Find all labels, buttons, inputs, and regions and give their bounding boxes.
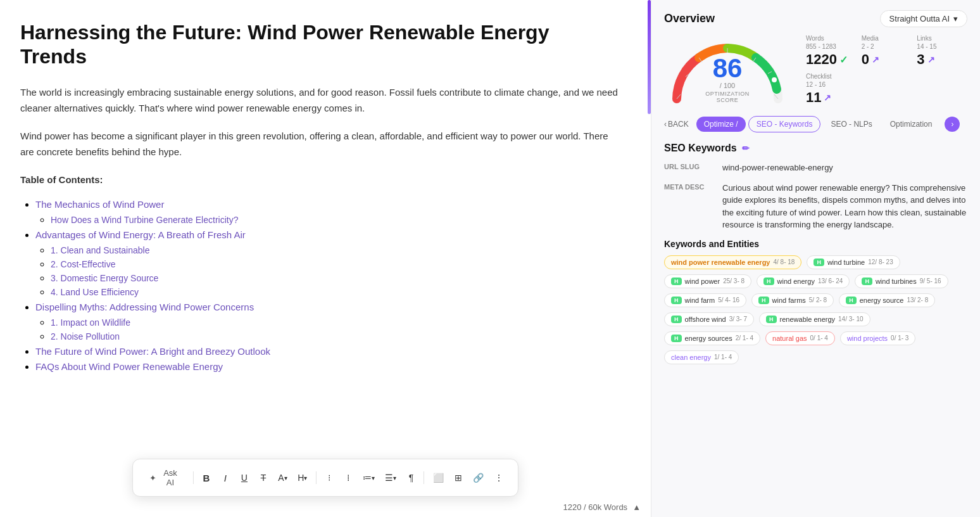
checklist-value: 11 ↗ xyxy=(806,89,857,106)
toc-sublink-3-1[interactable]: 1. Impact on Wildlife xyxy=(51,317,130,328)
image-button[interactable]: ⬜ xyxy=(428,469,448,487)
media-value: 0 ↗ xyxy=(862,51,912,68)
keyword-clean-energy[interactable]: clean energy 1/ 1- 4 xyxy=(664,350,739,364)
toc-link-3[interactable]: Dispelling Myths: Addressing Wind Power … xyxy=(35,302,254,312)
h-badge-2: H xyxy=(671,278,682,285)
paragraph-1: The world is increasingly embracing sust… xyxy=(20,84,620,117)
heading-button[interactable]: H ▾ xyxy=(293,469,312,487)
word-count-value: 1220 / 60k Words xyxy=(563,502,627,512)
tab-optimize[interactable]: Optimize / xyxy=(696,117,746,132)
toolbar-divider-3 xyxy=(424,471,424,484)
straight-outta-label: Straight Outta AI xyxy=(889,14,950,23)
meta-desc-label: META DESC xyxy=(664,182,715,191)
h-badge-9: H xyxy=(766,316,777,323)
words-check-icon: ✓ xyxy=(839,54,848,66)
ask-ai-button[interactable]: ✦ Ask AI xyxy=(143,464,187,491)
straight-outta-button[interactable]: Straight Outta AI ▾ xyxy=(880,10,967,27)
toc-sublink-2-4[interactable]: 4. Land Use Efficiency xyxy=(51,287,139,297)
keyword-renewable-energy[interactable]: H renewable energy 14/ 3- 10 xyxy=(759,312,870,326)
toc-item-4: The Future of Wind Power: A Bright and B… xyxy=(35,346,620,357)
checklist-arrow-icon: ↗ xyxy=(824,93,831,103)
keywords-grid: wind power renewable energy 4/ 8- 18 H w… xyxy=(664,255,967,364)
stat-media: Media 2 - 2 0 ↗ xyxy=(862,35,912,68)
toc-sublink-2-3[interactable]: 3. Domestic Energy Source xyxy=(51,273,158,283)
gauge-label: OPTIMIZATION SCORE xyxy=(696,91,759,103)
italic-button[interactable]: I xyxy=(217,469,234,487)
table-button[interactable]: ⊞ xyxy=(449,469,467,487)
unordered-list-button[interactable]: ☰ ▾ xyxy=(380,469,401,487)
ask-ai-label: Ask AI xyxy=(160,468,180,487)
editor-area: Harnessing the Future: Wind Power Renewa… xyxy=(0,0,651,517)
meta-desc-row: META DESC Curious about wind power renew… xyxy=(664,182,967,231)
words-label: Words xyxy=(806,35,857,42)
meta-desc-value: Curious about wind power renewable energ… xyxy=(722,182,967,231)
scroll-indicator xyxy=(648,0,651,114)
h-badge-1: H xyxy=(814,258,824,266)
keyword-offshore-wind[interactable]: H offshore wind 3/ 3- 7 xyxy=(664,312,754,326)
paragraph-button[interactable]: ¶ xyxy=(402,469,420,487)
gauge-container: 86 / 100 OPTIMIZATION SCORE xyxy=(664,32,791,108)
svg-point-0 xyxy=(771,77,777,83)
keyword-wind-farms[interactable]: H wind farms 5/ 2- 8 xyxy=(751,293,834,307)
tab-seo-nlps[interactable]: SEO - NLPs xyxy=(823,117,879,132)
toc-sublink-2-2[interactable]: 2. Cost-Effective xyxy=(51,259,115,269)
align-center-button[interactable]: ⁞ xyxy=(339,469,357,487)
toc-link-2[interactable]: Advantages of Wind Energy: A Breath of F… xyxy=(35,229,246,240)
toc-item-3: Dispelling Myths: Addressing Wind Power … xyxy=(35,302,620,342)
keyword-energy-source[interactable]: H energy source 13/ 2- 8 xyxy=(839,293,935,307)
h-badge-10: H xyxy=(671,335,682,342)
links-value: 3 ↗ xyxy=(917,51,967,68)
nav-tabs: ‹ BACK Optimize / SEO - Keywords SEO - N… xyxy=(651,116,980,137)
editor-content[interactable]: Harnessing the Future: Wind Power Renewa… xyxy=(0,0,651,517)
h-badge-8: H xyxy=(671,316,682,323)
align-left-button[interactable]: ⁝ xyxy=(320,469,338,487)
back-button[interactable]: ‹ BACK xyxy=(659,117,694,132)
panel-body[interactable]: SEO Keywords ✏ URL SLUG wind-power-renew… xyxy=(651,137,980,517)
more-options-button[interactable]: ⋮ xyxy=(489,469,508,487)
keyword-wind-energy[interactable]: H wind energy 13/ 6- 24 xyxy=(757,274,850,288)
toc-sublink-1-1[interactable]: How Does a Wind Turbine Generate Electri… xyxy=(51,215,238,225)
edit-icon[interactable]: ✏ xyxy=(742,143,750,153)
media-range: 2 - 2 xyxy=(862,43,912,50)
formatting-toolbar: ✦ Ask AI B I U T A ▾ H ▾ ⁝ ⁞ ≔ ▾ ☰ ▾ ¶ ⬜… xyxy=(132,459,518,497)
link-button[interactable]: 🔗 xyxy=(468,469,489,487)
seo-keywords-heading: SEO Keywords ✏ xyxy=(664,143,967,154)
bold-button[interactable]: B xyxy=(198,469,215,487)
tab-seo-keywords[interactable]: SEO - Keywords xyxy=(748,116,821,132)
keyword-natural-gas[interactable]: natural gas 0/ 1- 4 xyxy=(765,331,835,345)
underline-button[interactable]: U xyxy=(236,469,253,487)
font-size-button[interactable]: A ▾ xyxy=(273,469,292,487)
panel-title: Overview xyxy=(664,12,715,25)
stat-words: Words 855 - 1283 1220 ✓ xyxy=(806,35,857,68)
keyword-energy-sources[interactable]: H energy sources 2/ 1- 4 xyxy=(664,331,760,345)
stats-grid: Words 855 - 1283 1220 ✓ Media 2 - 2 0 ↗ … xyxy=(806,35,967,106)
toc-link-1[interactable]: The Mechanics of Wind Power xyxy=(35,199,164,210)
words-range: 855 - 1283 xyxy=(806,43,857,50)
toc-link-4[interactable]: The Future of Wind Power: A Bright and B… xyxy=(35,346,270,357)
toc-list: The Mechanics of Wind Power How Does a W… xyxy=(20,199,620,373)
toc-item-1: The Mechanics of Wind Power How Does a W… xyxy=(35,199,620,226)
toc-link-5[interactable]: FAQs About Wind Power Renewable Energy xyxy=(35,361,223,372)
h-badge-7: H xyxy=(846,297,857,304)
url-slug-label: URL SLUG xyxy=(664,162,715,170)
links-range: 14 - 15 xyxy=(917,43,967,50)
toc-item-2: Advantages of Wind Energy: A Breath of F… xyxy=(35,229,620,298)
keyword-wind-turbines[interactable]: H wind turbines 9/ 5- 16 xyxy=(855,274,948,288)
nav-scroll-right[interactable]: › xyxy=(945,117,960,132)
keyword-wind-power[interactable]: H wind power 25/ 3- 8 xyxy=(664,274,751,288)
keyword-wind-power-renewable[interactable]: wind power renewable energy 4/ 8- 18 xyxy=(664,255,801,269)
toc-sublink-2-1[interactable]: 1. Clean and Sustainable xyxy=(51,245,149,255)
ordered-list-button[interactable]: ≔ ▾ xyxy=(358,469,379,487)
media-arrow-icon: ↗ xyxy=(872,54,879,65)
gauge-number: 86 xyxy=(696,55,759,82)
sparkle-icon: ✦ xyxy=(149,473,156,483)
keyword-wind-turbine[interactable]: H wind turbine 12/ 8- 23 xyxy=(807,255,900,269)
toc-heading: Table of Contents: xyxy=(20,172,620,188)
tab-optimization[interactable]: Optimization xyxy=(883,117,940,132)
keyword-wind-farm[interactable]: H wind farm 5/ 4- 16 xyxy=(664,293,746,307)
keyword-wind-projects[interactable]: wind projects 0/ 1- 3 xyxy=(840,331,916,345)
strikethrough-button[interactable]: T xyxy=(254,469,272,487)
toolbar-divider-2 xyxy=(316,471,317,484)
word-count-toggle[interactable]: ▲ xyxy=(632,502,641,512)
toc-sublink-3-2[interactable]: 2. Noise Pollution xyxy=(51,331,120,341)
